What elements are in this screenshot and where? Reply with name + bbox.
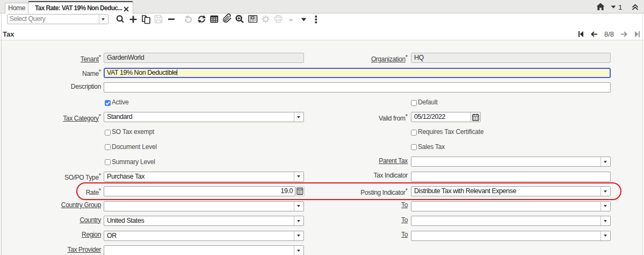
svg-text:8/8: 8/8: [604, 30, 614, 38]
svg-text:1: 1: [618, 3, 623, 11]
